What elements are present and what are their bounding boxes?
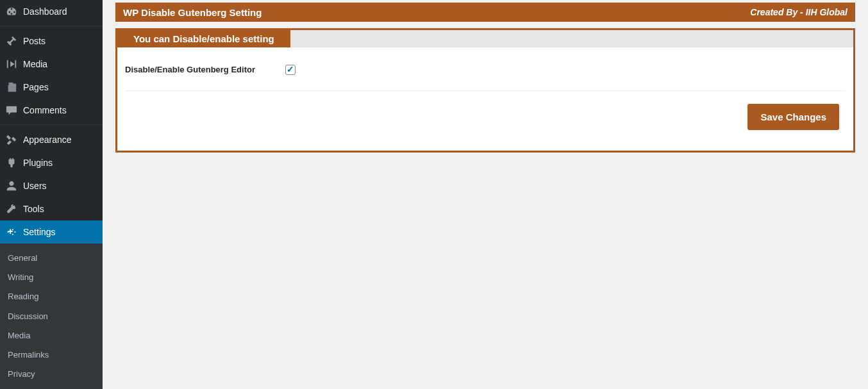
- sidebar-item-label: Tools: [23, 204, 44, 214]
- page-header: WP Disable Gutenberg Setting Created By …: [115, 3, 855, 22]
- sidebar-item-dashboard[interactable]: Dashboard: [0, 0, 103, 23]
- tools-icon: [5, 203, 18, 215]
- settings-content: Disable/Enable Gutenberg Editor Save Cha…: [117, 47, 853, 151]
- sidebar-item-posts[interactable]: Posts: [0, 29, 103, 53]
- admin-sidebar: Dashboard Posts Media Pages Comments A: [0, 0, 103, 389]
- settings-icon: [5, 226, 18, 238]
- sidebar-item-label: Media: [23, 59, 47, 69]
- sidebar-item-label: Comments: [23, 105, 67, 115]
- gutenberg-checkbox[interactable]: [285, 65, 296, 75]
- page-credit: Created By - IIH Global: [750, 7, 847, 17]
- menu-separator: [0, 122, 103, 125]
- menu-separator: [0, 23, 103, 26]
- submenu-item-discussion[interactable]: Discussion: [0, 307, 103, 326]
- main-content: WP Disable Gutenberg Setting Created By …: [103, 0, 868, 389]
- submenu-item-general[interactable]: General: [0, 249, 103, 268]
- settings-submenu: General Writing Reading Discussion Media…: [0, 244, 103, 389]
- sidebar-item-settings[interactable]: Settings: [0, 220, 103, 244]
- pin-icon: [5, 35, 18, 47]
- sidebar-item-label: Posts: [23, 36, 46, 46]
- comments-icon: [5, 104, 18, 117]
- sidebar-item-label: Dashboard: [23, 6, 67, 17]
- submenu-item-permalinks[interactable]: Permalinks: [0, 345, 103, 365]
- page-title: WP Disable Gutenberg Setting: [123, 7, 262, 18]
- sidebar-item-label: Plugins: [23, 158, 53, 168]
- sidebar-item-users[interactable]: Users: [0, 174, 103, 197]
- table-row: Disable/Enable Gutenberg Editor: [125, 55, 846, 91]
- sidebar-item-label: Settings: [23, 227, 56, 237]
- sidebar-item-plugins[interactable]: Plugins: [0, 151, 103, 174]
- plugins-icon: [5, 156, 18, 169]
- submenu-item-media[interactable]: Media: [0, 326, 103, 345]
- submenu-item-writing[interactable]: Writing: [0, 268, 103, 287]
- dashboard-icon: [5, 5, 18, 18]
- pages-icon: [5, 81, 18, 94]
- submenu-item-privacy[interactable]: Privacy: [0, 365, 103, 384]
- field-label: Disable/Enable Gutenberg Editor: [125, 55, 285, 91]
- field-value: [285, 55, 846, 91]
- sidebar-item-label: Pages: [23, 82, 49, 92]
- sidebar-item-media[interactable]: Media: [0, 53, 103, 76]
- sidebar-item-label: Users: [23, 181, 47, 191]
- save-changes-button[interactable]: Save Changes: [747, 104, 839, 130]
- sidebar-item-pages[interactable]: Pages: [0, 76, 103, 99]
- sidebar-item-comments[interactable]: Comments: [0, 99, 103, 122]
- appearance-icon: [5, 133, 18, 146]
- submenu-item-wp-disable-gutenberg[interactable]: WP Disable Gutenberg: [0, 384, 103, 389]
- tab-header: You can Disable/enable setting: [117, 30, 853, 47]
- sidebar-item-appearance[interactable]: Appearance: [0, 128, 103, 151]
- settings-box: You can Disable/enable setting Disable/E…: [115, 28, 855, 153]
- media-icon: [5, 58, 18, 70]
- submit-wrap: Save Changes: [125, 91, 846, 143]
- users-icon: [5, 179, 18, 192]
- sidebar-item-tools[interactable]: Tools: [0, 197, 103, 220]
- sidebar-item-label: Appearance: [23, 135, 72, 145]
- tab-disable-enable[interactable]: You can Disable/enable setting: [117, 30, 290, 47]
- settings-form-table: Disable/Enable Gutenberg Editor: [125, 55, 846, 91]
- submenu-item-reading[interactable]: Reading: [0, 287, 103, 306]
